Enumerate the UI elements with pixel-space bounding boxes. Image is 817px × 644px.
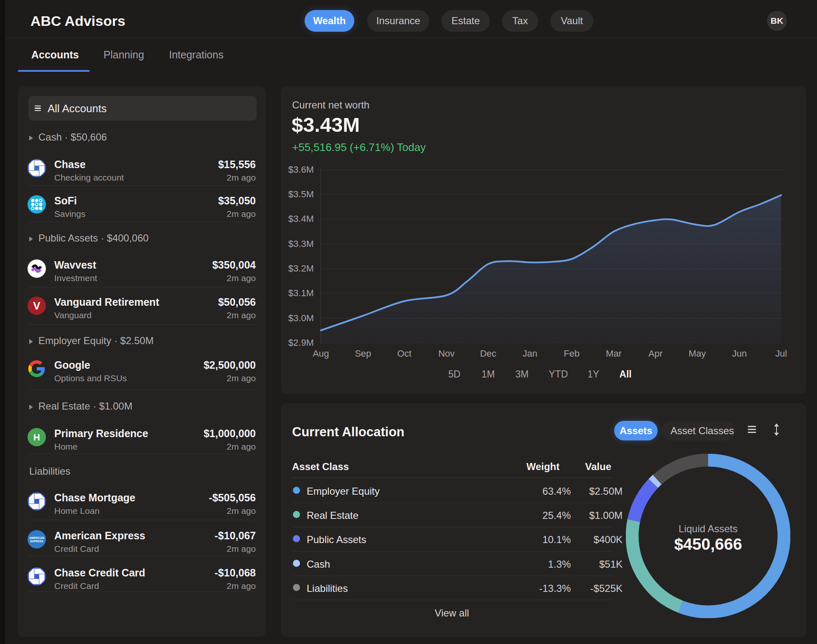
svg-text:$3.6M: $3.6M bbox=[288, 164, 314, 175]
svg-text:Nov: Nov bbox=[438, 348, 454, 359]
svg-text:5D: 5D bbox=[448, 369, 460, 380]
svg-text:H: H bbox=[33, 432, 40, 443]
svg-text:$3.2M: $3.2M bbox=[288, 263, 314, 274]
svg-text:Jun: Jun bbox=[732, 348, 746, 359]
svg-text:1Y: 1Y bbox=[588, 369, 599, 380]
svg-text:Sep: Sep bbox=[355, 348, 371, 359]
svg-text:$3.4M: $3.4M bbox=[288, 214, 314, 224]
svg-text:$2.9M: $2.9M bbox=[288, 337, 314, 348]
svg-text:$3.3M: $3.3M bbox=[288, 239, 314, 249]
svg-text:1M: 1M bbox=[482, 369, 495, 380]
svg-text:Feb: Feb bbox=[564, 348, 580, 359]
svg-text:Jul: Jul bbox=[775, 348, 787, 359]
svg-text:Aug: Aug bbox=[313, 348, 329, 359]
svg-text:3M: 3M bbox=[515, 369, 529, 380]
svg-text:Dec: Dec bbox=[480, 348, 496, 359]
svg-text:May: May bbox=[688, 348, 706, 359]
svg-text:$3.0M: $3.0M bbox=[288, 313, 314, 323]
svg-text:Oct: Oct bbox=[397, 348, 411, 359]
svg-text:$3.5M: $3.5M bbox=[288, 189, 314, 199]
svg-text:Jan: Jan bbox=[522, 348, 537, 359]
svg-text:AMERICAN: AMERICAN bbox=[29, 536, 44, 539]
svg-text:Apr: Apr bbox=[648, 348, 663, 359]
svg-text:$3.1M: $3.1M bbox=[288, 288, 314, 298]
svg-text:All: All bbox=[619, 369, 631, 380]
svg-text:V: V bbox=[33, 299, 40, 312]
svg-text:YTD: YTD bbox=[549, 369, 568, 380]
svg-text:EXPRESS: EXPRESS bbox=[30, 540, 43, 543]
svg-text:Mar: Mar bbox=[606, 348, 622, 359]
